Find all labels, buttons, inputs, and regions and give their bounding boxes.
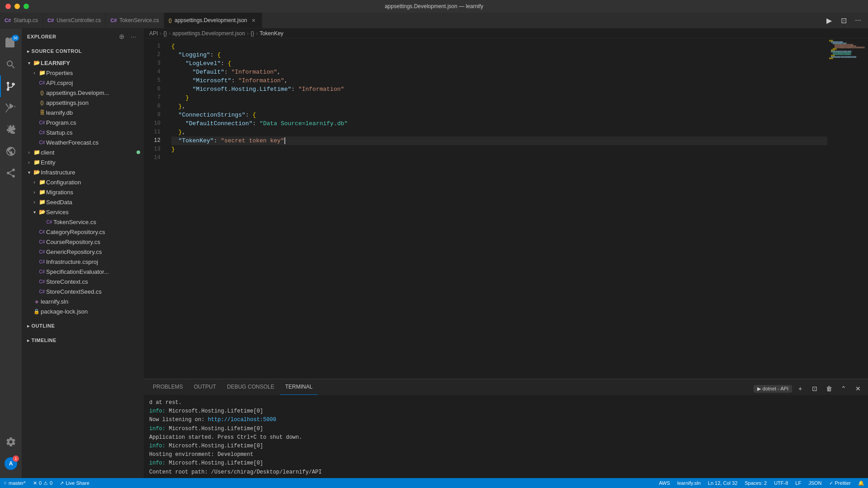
breadcrumb-tokenkey[interactable]: TokenKey <box>259 30 283 37</box>
breadcrumb-api[interactable]: API <box>149 30 158 37</box>
tab-output[interactable]: OUTPUT <box>189 379 222 395</box>
status-notifications[interactable]: 🔔 <box>854 478 868 488</box>
more-actions-button[interactable]: ··· <box>852 14 864 27</box>
terminal-split-button[interactable]: ⊡ <box>808 382 821 395</box>
terminal-maximize-button[interactable]: ⌃ <box>837 382 850 395</box>
tree-entity[interactable]: 📁 Entity <box>22 157 144 167</box>
breadcrumb-file[interactable]: appsettings.Development.json <box>172 30 245 37</box>
tree-category-repo[interactable]: C# CategoryRepository.cs <box>22 227 144 237</box>
status-aws[interactable]: AWS <box>655 478 674 488</box>
tab-bar: C# Startup.cs C# UsersController.cs C# T… <box>0 13 868 28</box>
status-liveshare[interactable]: ↗ Live Share <box>56 478 93 488</box>
tab-terminal[interactable]: TERMINAL <box>280 379 318 395</box>
tab-users-controller[interactable]: C# UsersController.cs <box>43 12 106 28</box>
timeline-header[interactable]: ▸ TIMELINE <box>22 335 144 345</box>
activity-extensions[interactable] <box>0 119 22 141</box>
tree-seeddata[interactable]: 📁 SeedData <box>22 197 144 207</box>
tree-services[interactable]: 📂 Services <box>22 207 144 217</box>
activity-remote[interactable] <box>0 141 22 162</box>
error-icon: ✕ <box>33 480 37 486</box>
breadcrumb-brace1[interactable]: {} <box>163 30 167 37</box>
source-control-header[interactable]: ▸ SOURCE CONTROL <box>27 46 138 56</box>
terminal-content[interactable]: d at rest. info: Microsoft.Hosting.Lifet… <box>144 395 868 478</box>
minimize-button[interactable] <box>14 4 20 9</box>
status-solution[interactable]: learnify.sln <box>674 478 704 488</box>
tree-learnify-sln[interactable]: ◈ learnify.sln <box>22 296 144 306</box>
tree-token-service[interactable]: C# TokenService.cs <box>22 217 144 227</box>
activity-settings[interactable] <box>0 431 22 453</box>
tab-problems[interactable]: PROBLEMS <box>147 379 189 395</box>
run-button[interactable]: ▶ <box>823 14 835 27</box>
terminal-line-1: d at rest. <box>149 399 863 407</box>
activity-run[interactable] <box>0 97 22 119</box>
activity-liveshare[interactable] <box>0 162 22 184</box>
package-lock-label: package-lock.json <box>41 308 140 315</box>
line-num-6: 6 <box>144 85 160 94</box>
status-eol[interactable]: LF <box>792 478 805 488</box>
status-formatter[interactable]: ✓ Prettier <box>826 478 854 488</box>
tree-client[interactable]: 📁 client <box>22 147 144 157</box>
activity-account[interactable]: A 1 <box>0 453 22 474</box>
tree-spec-eval[interactable]: C# SpecificationEvaluator... <box>22 267 144 277</box>
editor-content[interactable]: 1 2 3 4 5 6 7 8 9 10 11 12 13 14 <box>144 38 827 379</box>
tree-configuration[interactable]: 📁 Configuration <box>22 177 144 187</box>
new-file-button[interactable]: ⊕ <box>117 32 127 42</box>
tree-learnify-root[interactable]: 📂 LEARNIFY <box>22 58 144 68</box>
tab-startup-label: Startup.cs <box>14 17 38 23</box>
split-editor-button[interactable]: ⊡ <box>837 14 850 27</box>
tree-migrations[interactable]: 📁 Migrations <box>22 187 144 197</box>
breadcrumb-brace2[interactable]: {} <box>250 30 254 37</box>
tree-infrastructure[interactable]: 📂 Infrastructure <box>22 167 144 177</box>
status-encoding[interactable]: UTF-8 <box>770 478 792 488</box>
activity-source-control[interactable] <box>0 75 22 97</box>
breadcrumb-sep2: › <box>169 30 170 37</box>
status-branch[interactable]: ⑂ master* <box>0 478 29 488</box>
folder-icon: 📁 <box>38 70 46 76</box>
maximize-button[interactable] <box>24 4 29 9</box>
tree-package-lock[interactable]: 🔒 package-lock.json <box>22 306 144 316</box>
activity-search[interactable] <box>0 54 22 75</box>
new-terminal-button[interactable]: + <box>794 382 807 395</box>
tree-appsettings-dev[interactable]: {} appsettings.Developm... <box>22 88 144 98</box>
tree-course-repo[interactable]: C# CourseRepository.cs <box>22 237 144 247</box>
tree-generic-repo[interactable]: C# GenericRepository.cs <box>22 247 144 257</box>
tab-token-service[interactable]: C# TokenService.cs <box>106 12 164 28</box>
status-language[interactable]: JSON <box>805 478 825 488</box>
spaces-label: Spaces: 2 <box>745 480 767 486</box>
liveshare-icon: ↗ <box>60 480 64 486</box>
tab-users-label: UsersController.cs <box>57 17 101 23</box>
tab-appsettings-dev[interactable]: {} appsettings.Development.json × <box>164 12 262 28</box>
tab-startup[interactable]: C# Startup.cs <box>0 12 43 28</box>
tab-close-button[interactable]: × <box>250 17 257 24</box>
tree-store-context-seed[interactable]: C# StoreContextSeed.cs <box>22 286 144 296</box>
status-cursor-position[interactable]: Ln 12, Col 32 <box>704 478 741 488</box>
activity-explorer[interactable]: 36 <box>0 32 22 54</box>
tree-api-csproj[interactable]: C# API.csproj <box>22 78 144 88</box>
eol-label: LF <box>795 480 801 486</box>
tab-debug-console[interactable]: DEBUG CONSOLE <box>222 379 280 395</box>
close-button[interactable] <box>5 4 11 9</box>
client-expand-icon <box>25 150 33 155</box>
breadcrumb-sep4: › <box>256 30 258 37</box>
tree-infra-csproj[interactable]: C# Infrastructure.csproj <box>22 257 144 267</box>
tree-weatherforecast[interactable]: C# WeatherForecast.cs <box>22 137 144 147</box>
tree-startup-cs[interactable]: C# Startup.cs <box>22 127 144 137</box>
terminal-trash-button[interactable]: 🗑 <box>823 382 835 395</box>
tree-learnify-db[interactable]: 🗄 learnify.db <box>22 108 144 117</box>
status-spaces[interactable]: Spaces: 2 <box>741 478 770 488</box>
tree-program-cs[interactable]: C# Program.cs <box>22 117 144 127</box>
cs-icon4: C# <box>38 140 46 145</box>
properties-expand-icon <box>31 70 38 75</box>
terminal-close-button[interactable]: ✕ <box>852 382 864 395</box>
terminal-line-6: info: Microsoft.Hosting.Lifetime[0] <box>149 442 863 450</box>
tree-properties[interactable]: 📁 Properties <box>22 68 144 78</box>
outline-header[interactable]: ▸ OUTLINE <box>22 321 144 331</box>
tree-appsettings-json[interactable]: {} appsettings.json <box>22 98 144 108</box>
spec-eval-label: SpecificationEvaluator... <box>46 268 140 275</box>
traffic-lights[interactable] <box>5 4 29 9</box>
code-line-7: } <box>171 94 827 102</box>
code-area[interactable]: { "Logging": { "LogLevel": { "Default": … <box>164 38 827 379</box>
status-errors[interactable]: ✕ 0 ⚠ 0 <box>29 478 56 488</box>
more-options-button[interactable]: ··· <box>128 32 138 42</box>
tree-store-context[interactable]: C# StoreContext.cs <box>22 277 144 286</box>
